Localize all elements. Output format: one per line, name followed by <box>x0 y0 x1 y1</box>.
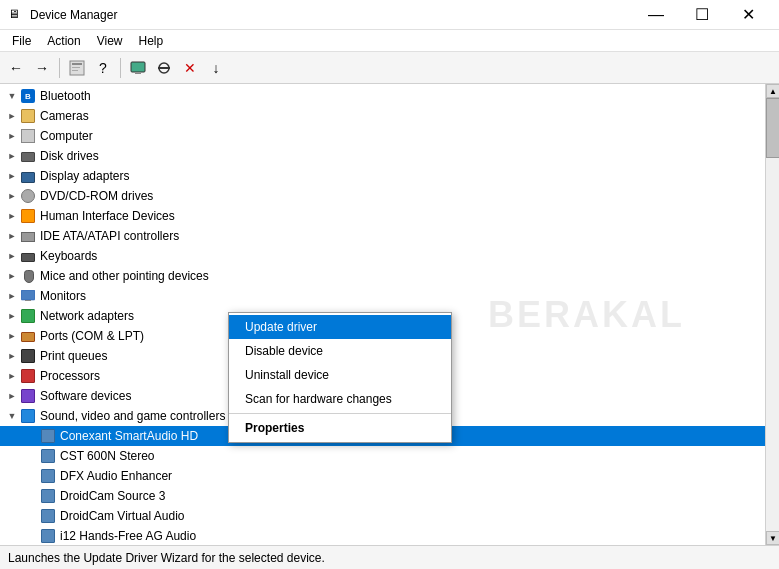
scrollbar[interactable]: ▲ ▼ <box>765 84 779 545</box>
minimize-button[interactable]: — <box>633 0 679 30</box>
help-button[interactable]: ? <box>91 56 115 80</box>
tree-item-1[interactable]: ►Cameras <box>0 106 765 126</box>
expand-arrow[interactable]: ► <box>4 108 20 124</box>
tree-item-2[interactable]: ►Computer <box>0 126 765 146</box>
forward-button[interactable]: → <box>30 56 54 80</box>
menu-bar: File Action View Help <box>0 30 779 52</box>
tree-label: i12 Hands-Free AG Audio <box>60 529 196 543</box>
context-menu-item[interactable]: Scan for hardware changes <box>229 387 451 411</box>
generic-icon <box>20 108 36 124</box>
tree-label: Conexant SmartAudio HD <box>60 429 198 443</box>
expand-arrow[interactable] <box>24 468 40 484</box>
toolbar-separator-1 <box>59 58 60 78</box>
expand-arrow[interactable]: ► <box>4 168 20 184</box>
update-button[interactable]: ↓ <box>204 56 228 80</box>
scan-button[interactable] <box>152 56 176 80</box>
status-bar: Launches the Update Driver Wizard for th… <box>0 545 779 569</box>
tree-item-6[interactable]: ►Human Interface Devices <box>0 206 765 226</box>
expand-arrow[interactable]: ► <box>4 188 20 204</box>
properties-button[interactable] <box>65 56 89 80</box>
menu-help[interactable]: Help <box>131 32 172 50</box>
toolbar-separator-2 <box>120 58 121 78</box>
expand-arrow[interactable]: ► <box>4 348 20 364</box>
context-menu-item[interactable]: Disable device <box>229 339 451 363</box>
close-button[interactable]: ✕ <box>725 0 771 30</box>
menu-file[interactable]: File <box>4 32 39 50</box>
tree-item-7[interactable]: ►IDE ATA/ATAPI controllers <box>0 226 765 246</box>
mouse-icon <box>20 268 36 284</box>
menu-action[interactable]: Action <box>39 32 88 50</box>
expand-arrow[interactable]: ► <box>4 128 20 144</box>
back-button[interactable]: ← <box>4 56 28 80</box>
audio-device-icon <box>40 508 56 524</box>
maximize-button[interactable]: ☐ <box>679 0 725 30</box>
tree-label: Keyboards <box>40 249 97 263</box>
tree-item-18[interactable]: CST 600N Stereo <box>0 446 765 466</box>
tree-item-21[interactable]: DroidCam Virtual Audio <box>0 506 765 526</box>
context-menu-item[interactable]: Properties <box>229 416 451 440</box>
tree-item-10[interactable]: ►Monitors <box>0 286 765 306</box>
expand-arrow[interactable] <box>24 488 40 504</box>
monitor-icon <box>20 288 36 304</box>
port-icon <box>20 328 36 344</box>
expand-arrow[interactable]: ► <box>4 148 20 164</box>
tree-label: DroidCam Source 3 <box>60 489 165 503</box>
context-menu-item[interactable]: Update driver <box>229 315 451 339</box>
expand-arrow[interactable] <box>24 448 40 464</box>
expand-arrow[interactable]: ► <box>4 328 20 344</box>
tree-item-0[interactable]: ▼BBluetooth <box>0 86 765 106</box>
svg-rect-1 <box>72 63 82 65</box>
toolbar: ← → ? ✕ ↓ <box>0 52 779 84</box>
tree-label: Monitors <box>40 289 86 303</box>
tree-label: DroidCam Virtual Audio <box>60 509 185 523</box>
expand-arrow[interactable]: ▼ <box>4 88 20 104</box>
scroll-up-button[interactable]: ▲ <box>766 84 779 98</box>
svg-rect-2 <box>72 67 80 68</box>
tree-label: DVD/CD-ROM drives <box>40 189 153 203</box>
svg-rect-8 <box>21 290 35 300</box>
tree-item-5[interactable]: ►DVD/CD-ROM drives <box>0 186 765 206</box>
software-icon <box>20 388 36 404</box>
processor-icon <box>20 368 36 384</box>
expand-arrow[interactable]: ► <box>4 248 20 264</box>
tree-label: Display adapters <box>40 169 129 183</box>
expand-arrow[interactable] <box>24 528 40 544</box>
expand-arrow[interactable]: ► <box>4 208 20 224</box>
svg-rect-3 <box>72 70 78 71</box>
menu-view[interactable]: View <box>89 32 131 50</box>
tree-item-19[interactable]: DFX Audio Enhancer <box>0 466 765 486</box>
network-icon <box>20 308 36 324</box>
tree-item-3[interactable]: ►Disk drives <box>0 146 765 166</box>
tree-item-20[interactable]: DroidCam Source 3 <box>0 486 765 506</box>
expand-arrow[interactable]: ► <box>4 288 20 304</box>
hid-icon <box>20 208 36 224</box>
monitor-button[interactable] <box>126 56 150 80</box>
context-menu-item[interactable]: Uninstall device <box>229 363 451 387</box>
scroll-thumb[interactable] <box>766 98 779 158</box>
audio-device-icon <box>40 448 56 464</box>
tree-label: Print queues <box>40 349 107 363</box>
ide-icon <box>20 228 36 244</box>
expand-arrow[interactable]: ▼ <box>4 408 20 424</box>
bluetooth-icon: B <box>20 88 36 104</box>
expand-arrow[interactable] <box>24 508 40 524</box>
keyboard-icon <box>20 248 36 264</box>
tree-item-22[interactable]: i12 Hands-Free AG Audio <box>0 526 765 545</box>
expand-arrow[interactable]: ► <box>4 388 20 404</box>
tree-item-4[interactable]: ►Display adapters <box>0 166 765 186</box>
expand-arrow[interactable]: ► <box>4 368 20 384</box>
tree-label: IDE ATA/ATAPI controllers <box>40 229 179 243</box>
tree-item-8[interactable]: ►Keyboards <box>0 246 765 266</box>
tree-label: DFX Audio Enhancer <box>60 469 172 483</box>
scroll-down-button[interactable]: ▼ <box>766 531 779 545</box>
remove-button[interactable]: ✕ <box>178 56 202 80</box>
expand-arrow[interactable]: ► <box>4 308 20 324</box>
expand-arrow[interactable]: ► <box>4 228 20 244</box>
scroll-track[interactable] <box>766 98 779 531</box>
expand-arrow[interactable]: ► <box>4 268 20 284</box>
tree-label: CST 600N Stereo <box>60 449 155 463</box>
expand-arrow[interactable] <box>24 428 40 444</box>
svg-rect-9 <box>25 300 31 301</box>
tree-item-9[interactable]: ►Mice and other pointing devices <box>0 266 765 286</box>
tree-label: Ports (COM & LPT) <box>40 329 144 343</box>
